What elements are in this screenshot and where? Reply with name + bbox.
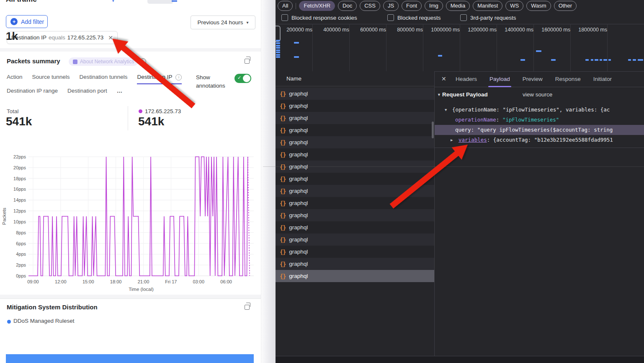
details-tab-payload[interactable]: Payload [489,71,510,87]
details-tab-initiator[interactable]: Initiator [593,71,612,87]
annotations-toggle[interactable]: ✓ [234,74,251,83]
time-range-value: Previous 24 hours [198,19,243,26]
info-icon[interactable]: i [175,74,182,80]
timeline-request-bar [276,40,280,41]
filter-pill-ws[interactable]: WS [505,1,523,11]
plus-icon: + [10,18,18,25]
checkbox-icon[interactable] [281,14,288,21]
packets-summary-title: Packets summary [7,57,60,65]
timeline-tick-label: 1000000 ms [425,27,460,33]
checkbox-icon[interactable] [387,14,394,21]
details-tab-preview[interactable]: Preview [523,71,543,87]
cut-toolbar-pill [147,0,173,4]
requests-scrollbar-thumb[interactable] [432,122,434,138]
filter-pill-all[interactable]: All [278,1,293,11]
window-gap [261,0,276,363]
filter-pill-css[interactable]: CSS [360,1,380,11]
timeline-request-bar [551,59,556,61]
tab-source-tunnels[interactable]: Source tunnels [32,74,70,84]
details-tab-headers[interactable]: Headers [456,71,477,87]
filter-pill-doc[interactable]: Doc [338,1,357,11]
timeline-gridline [423,24,423,71]
total-label: Total [7,108,19,114]
expand-card-icon[interactable] [245,305,250,310]
request-name: graphql [289,236,308,243]
totals-divider [128,106,128,130]
more-tabs-icon[interactable]: … [117,88,123,94]
request-row-graphql[interactable]: {}graphql [276,258,434,270]
json-braces-icon: {} [280,115,286,122]
tab-destination-ip-range[interactable]: Destination IP range [7,88,58,94]
checkbox-3rd-party-requests[interactable]: 3rd-party requests [460,14,516,21]
filter-pill-other[interactable]: Other [554,1,577,11]
tri-right-icon[interactable]: ▶ [451,135,453,145]
payload-row-query[interactable]: query: "query ipFlowTimeseries($accountT… [435,125,644,135]
badge-label: About Network Analytics [80,59,134,65]
filter-chip: Destination IP equals 172.65.225.73 ✕ [7,31,118,44]
filter-pill-img[interactable]: Img [425,1,443,11]
filter-pill-media[interactable]: Media [446,1,470,11]
request-row-graphql[interactable]: {}graphql [276,100,434,112]
timeline-request-bar [585,59,589,61]
network-main: Name {}graphql{}graphql{}graphql{}graphq… [276,71,644,356]
filter-pill-js[interactable]: JS [383,1,399,11]
filter-pill-wasm[interactable]: Wasm [526,1,551,11]
screen: All traffic ▾ + Add filter Previous 24 h… [0,0,644,363]
filter-pill-font[interactable]: Font [402,1,422,11]
timeline-request-bar [276,52,280,53]
name-column-header[interactable]: Name [276,71,434,86]
request-row-graphql[interactable]: {}graphql [276,209,434,221]
details-tab-bar: ✕ HeadersPayloadPreviewResponseInitiator [435,71,644,87]
tri-down-icon[interactable]: ▼ [445,105,447,115]
packets-timeseries-chart: 0pps2pps4pps6pps8pps10pps12pps14pps16pps… [0,151,260,293]
svg-text:Time (local): Time (local) [129,287,154,292]
view-source-link[interactable]: view source [523,90,552,100]
request-row-graphql[interactable]: {}graphql [276,148,434,161]
tab-destination-tunnels[interactable]: Destination tunnels [80,74,128,84]
pill-separator [296,3,296,9]
timeline-request-bar [633,59,636,61]
series-label: 172.65.225.73 [145,108,181,114]
timeline-request-bar [276,49,280,51]
about-network-analytics-badge[interactable]: About Network Analytics [69,57,138,66]
add-filter-button[interactable]: + Add filter [6,15,48,28]
payload-row-operationName[interactable]: operationName: "ipFlowTimeseries" [435,115,644,125]
request-row-graphql[interactable]: {}graphql [276,112,434,124]
payload-preview-line[interactable]: ▼ {operationName: "ipFlowTimeseries", va… [435,105,644,115]
checkbox-icon[interactable] [460,14,467,21]
collapse-triangle-icon[interactable]: ▼ [437,90,441,100]
payload-key: query [455,127,471,133]
request-row-graphql[interactable]: {}graphql [276,173,434,185]
svg-text:15:00: 15:00 [82,279,94,284]
close-icon[interactable]: ✕ [441,75,446,82]
request-row-graphql[interactable]: {}graphql [276,197,434,209]
details-tab-response[interactable]: Response [555,71,581,87]
checkbox-blocked-response-cookies[interactable]: Blocked response cookies [281,14,357,21]
expand-card-icon[interactable] [245,59,250,64]
devtools-panel: AllFetch/XHRDocCSSJSFontImgMediaManifest… [276,0,644,363]
tab-destination-port[interactable]: Destination port [67,88,107,94]
payload-value: "query ipFlowTimeseries($accountTag: str… [477,127,613,133]
network-overview-timeline[interactable]: 200000 ms400000 ms600000 ms800000 ms1000… [276,24,644,72]
filter-pill-manifest[interactable]: Manifest [473,1,502,11]
timeline-tick-label: 600000 ms [351,27,386,33]
toggle-knob [243,75,250,82]
tab-action[interactable]: Action [7,74,23,84]
time-range-dropdown[interactable]: Previous 24 hours ▾ [191,16,255,29]
mitigation-bar [6,354,254,363]
request-row-graphql[interactable]: {}graphql [276,136,434,148]
request-row-graphql[interactable]: {}graphql [276,246,434,258]
json-braces-icon: {} [280,151,286,158]
request-row-graphql[interactable]: {}graphql [276,88,434,100]
request-name: graphql [289,249,308,255]
request-row-graphql[interactable]: {}graphql [276,270,434,282]
request-row-graphql[interactable]: {}graphql [276,233,434,246]
request-type-filters: AllFetch/XHRDocCSSJSFontImgMediaManifest… [278,1,577,11]
request-row-graphql[interactable]: {}graphql [276,221,434,233]
timeline-request-bar [591,59,593,61]
timeline-request-bar [520,59,525,61]
filter-pill-fetch-xhr[interactable]: Fetch/XHR [299,1,335,11]
request-row-graphql[interactable]: {}graphql [276,124,434,136]
svg-text:0pps: 0pps [16,273,26,278]
checkbox-blocked-requests[interactable]: Blocked requests [387,14,441,21]
